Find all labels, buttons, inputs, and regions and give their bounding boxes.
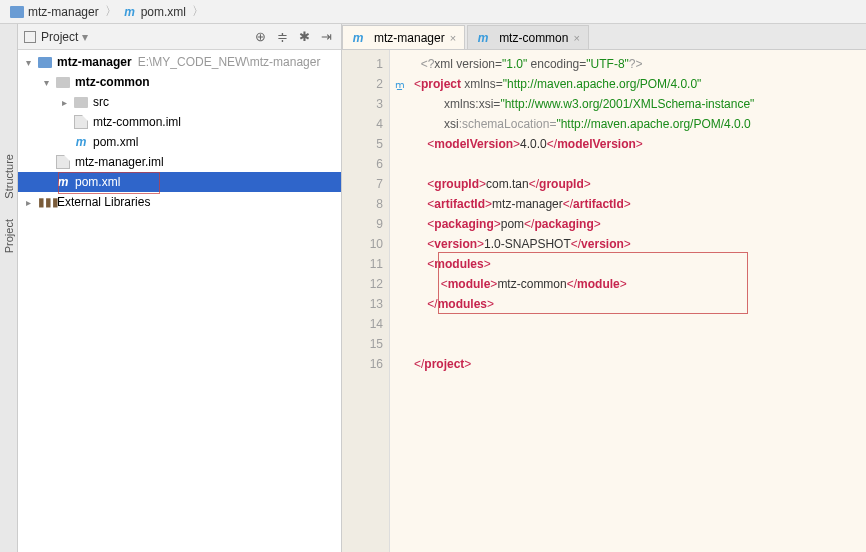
panel-toolbar: ⊕ ≑ ✱ ⇥ xyxy=(251,28,335,46)
breadcrumb-root[interactable]: mtz-manager xyxy=(6,5,103,19)
tree-node-pom-selected[interactable]: m pom.xml xyxy=(18,172,341,192)
tree-node-module[interactable]: ▾ mtz-common xyxy=(18,72,341,92)
arrow-expanded-icon[interactable]: ▾ xyxy=(22,57,34,68)
hide-icon[interactable]: ⇥ xyxy=(317,28,335,46)
code-content[interactable]: <?xml version="1.0" encoding="UTF-8"?> <… xyxy=(410,50,866,552)
arrow-collapsed-icon[interactable]: ▸ xyxy=(22,197,34,208)
close-icon[interactable]: × xyxy=(573,32,579,44)
arrow-collapsed-icon[interactable]: ▸ xyxy=(58,97,70,108)
file-icon xyxy=(74,115,88,129)
project-panel-title[interactable]: Project ▾ xyxy=(24,30,251,44)
maven-icon: m xyxy=(56,175,70,189)
editor-area: m mtz-manager × m mtz-common × 1234 5678… xyxy=(342,24,866,552)
library-icon: ▮▮▮ xyxy=(38,195,52,209)
project-panel-header: Project ▾ ⊕ ≑ ✱ ⇥ xyxy=(18,24,341,50)
project-view-icon xyxy=(24,31,36,43)
tool-tab-structure[interactable]: Structure xyxy=(2,144,16,209)
scroll-from-source-icon[interactable]: ⊕ xyxy=(251,28,269,46)
chevron-right-icon: 〉 xyxy=(192,3,204,20)
gear-icon[interactable]: ✱ xyxy=(295,28,313,46)
maven-icon: m xyxy=(123,5,137,19)
gutter-icons: m̲ xyxy=(390,50,410,552)
folder-icon xyxy=(56,77,70,88)
editor-tab-active[interactable]: m mtz-manager × xyxy=(342,25,465,49)
line-number-gutter: 1234 5678 9101112 13141516 xyxy=(342,50,390,552)
tree-node-file[interactable]: mtz-common.iml xyxy=(18,112,341,132)
editor-tabs: m mtz-manager × m mtz-common × xyxy=(342,24,866,50)
tree-node-src[interactable]: ▸ src xyxy=(18,92,341,112)
breadcrumb-file[interactable]: m pom.xml xyxy=(119,5,190,19)
breadcrumb: mtz-manager 〉 m pom.xml 〉 xyxy=(0,0,866,24)
tool-window-stripe: Structure Project xyxy=(0,24,18,552)
maven-icon: m xyxy=(351,31,365,45)
breadcrumb-root-label: mtz-manager xyxy=(28,5,99,19)
tool-tab-project[interactable]: Project xyxy=(2,209,16,263)
tree-node-file[interactable]: mtz-manager.iml xyxy=(18,152,341,172)
maven-icon: m xyxy=(476,31,490,45)
folder-icon xyxy=(74,97,88,108)
breadcrumb-file-label: pom.xml xyxy=(141,5,186,19)
folder-icon xyxy=(10,6,24,18)
file-icon xyxy=(56,155,70,169)
close-icon[interactable]: × xyxy=(450,32,456,44)
chevron-down-icon: ▾ xyxy=(82,30,88,44)
maven-gutter-icon[interactable]: m̲ xyxy=(390,74,410,94)
project-tree[interactable]: ▾ mtz-manager E:\MY_CODE_NEW\mtz-manager… xyxy=(18,50,341,552)
tree-node-root[interactable]: ▾ mtz-manager E:\MY_CODE_NEW\mtz-manager xyxy=(18,52,341,72)
collapse-all-icon[interactable]: ≑ xyxy=(273,28,291,46)
project-tool-window: Project ▾ ⊕ ≑ ✱ ⇥ ▾ mtz-manager E:\MY_CO… xyxy=(18,24,342,552)
arrow-expanded-icon[interactable]: ▾ xyxy=(40,77,52,88)
code-editor[interactable]: 1234 5678 9101112 13141516 m̲ <?xml vers… xyxy=(342,50,866,552)
editor-tab[interactable]: m mtz-common × xyxy=(467,25,589,49)
tree-node-external-libs[interactable]: ▸ ▮▮▮ External Libraries xyxy=(18,192,341,212)
module-icon xyxy=(38,57,52,68)
tree-node-pom[interactable]: m pom.xml xyxy=(18,132,341,152)
chevron-right-icon: 〉 xyxy=(105,3,117,20)
maven-icon: m xyxy=(74,135,88,149)
